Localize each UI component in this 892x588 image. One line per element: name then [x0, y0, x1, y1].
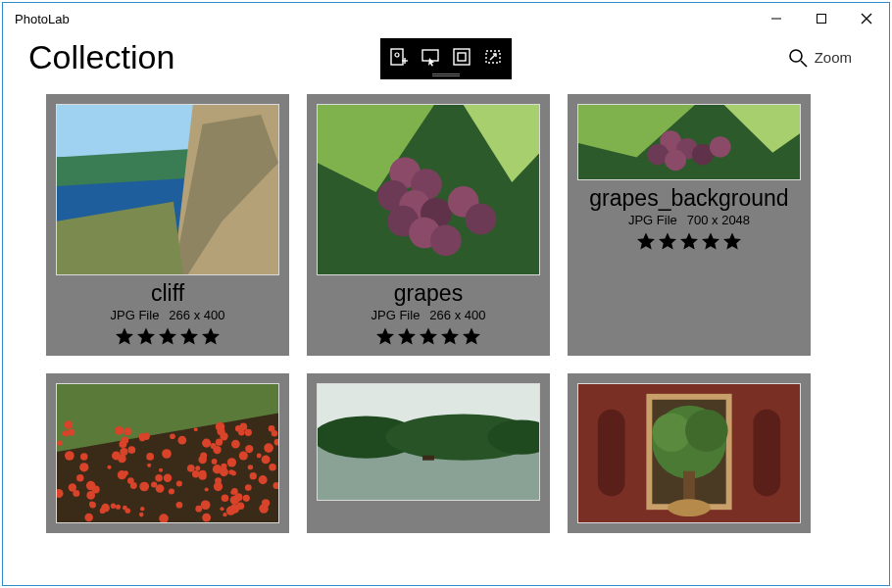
svg-point-156: [120, 441, 127, 449]
svg-point-137: [115, 426, 124, 435]
svg-point-54: [127, 447, 135, 455]
star-icon: [178, 326, 200, 348]
svg-point-157: [220, 468, 228, 477]
star-icon: [135, 326, 157, 348]
svg-point-64: [140, 507, 144, 511]
thumbnail: [577, 104, 801, 180]
svg-point-47: [269, 464, 276, 470]
thumbnail: [317, 104, 540, 275]
svg-point-53: [192, 470, 200, 477]
svg-point-141: [230, 491, 234, 495]
photo-tile[interactable]: grapesJPG File266 x 400: [307, 94, 550, 356]
svg-point-77: [146, 453, 154, 461]
svg-point-32: [430, 225, 462, 257]
photo-meta: JPG File266 x 400: [372, 308, 486, 322]
photo-dimensions: 700 x 2048: [687, 213, 750, 227]
svg-point-130: [164, 474, 173, 482]
collection-grid[interactable]: cliffJPG File266 x 400 grapesJPG File266…: [3, 82, 889, 585]
svg-point-104: [214, 482, 223, 491]
minimize-button[interactable]: [754, 3, 799, 34]
svg-point-92: [264, 444, 273, 454]
svg-point-155: [101, 504, 110, 513]
svg-point-165: [170, 434, 175, 440]
rating-stars[interactable]: [114, 326, 222, 348]
svg-point-109: [139, 433, 146, 440]
svg-point-144: [194, 428, 198, 432]
svg-line-15: [801, 61, 807, 67]
crop-square-icon: [451, 46, 472, 68]
star-icon: [200, 326, 222, 348]
star-icon: [635, 231, 657, 253]
svg-point-43: [710, 136, 731, 157]
svg-point-127: [257, 454, 262, 459]
svg-point-86: [80, 454, 88, 461]
svg-point-108: [201, 501, 211, 511]
svg-point-5: [395, 53, 399, 57]
resize-canvas-icon: [482, 46, 504, 68]
svg-point-73: [89, 502, 94, 507]
photo-tile[interactable]: cliffJPG File266 x 400: [46, 94, 289, 356]
zoom-button[interactable]: Zoom: [787, 47, 852, 69]
rating-stars[interactable]: [374, 326, 482, 348]
photo-filetype: JPG File: [372, 308, 421, 322]
svg-point-160: [231, 470, 236, 475]
photo-tile[interactable]: [568, 373, 811, 533]
svg-point-50: [178, 436, 187, 445]
svg-point-63: [220, 507, 223, 511]
photo-meta: JPG File266 x 400: [111, 308, 225, 322]
svg-point-178: [652, 414, 691, 452]
svg-point-97: [245, 429, 252, 436]
svg-point-158: [272, 430, 278, 437]
svg-point-94: [65, 451, 74, 461]
toolbar[interactable]: [380, 38, 512, 79]
svg-point-111: [139, 482, 149, 492]
window-title: PhotoLab: [15, 12, 70, 26]
photo-tile[interactable]: [46, 373, 289, 533]
photo-tile[interactable]: grapes_backgroundJPG File700 x 2048: [568, 94, 811, 356]
title-bar: PhotoLab: [3, 3, 889, 34]
close-button[interactable]: [844, 3, 889, 34]
svg-point-123: [125, 509, 131, 514]
svg-point-159: [162, 449, 172, 459]
svg-point-124: [76, 474, 84, 481]
svg-point-105: [212, 459, 218, 465]
svg-point-96: [124, 470, 128, 475]
photo-filetype: JPG File: [111, 308, 160, 322]
svg-rect-171: [422, 456, 434, 461]
star-icon: [657, 231, 678, 253]
svg-point-89: [84, 514, 93, 521]
photo-dimensions: 266 x 400: [169, 308, 224, 322]
svg-rect-10: [454, 49, 470, 65]
svg-point-88: [245, 484, 252, 491]
svg-point-95: [231, 440, 240, 449]
svg-point-162: [226, 507, 235, 515]
maximize-button[interactable]: [799, 3, 844, 34]
tool-crop-square[interactable]: [446, 41, 477, 73]
svg-rect-176: [753, 410, 780, 497]
toolbar-row: [383, 41, 509, 73]
svg-point-125: [156, 484, 165, 493]
svg-point-142: [68, 429, 74, 436]
svg-point-71: [176, 502, 183, 509]
rating-stars[interactable]: [635, 231, 743, 253]
svg-point-102: [205, 488, 209, 492]
svg-point-152: [199, 472, 207, 480]
tool-resize-canvas[interactable]: [477, 41, 509, 73]
add-effects-icon: [388, 46, 410, 68]
toolbar-drag-grip[interactable]: [432, 74, 460, 76]
zoom-label: Zoom: [815, 49, 852, 66]
svg-point-122: [147, 464, 151, 467]
tool-add-effects[interactable]: [383, 41, 415, 73]
svg-point-134: [112, 452, 121, 461]
thumbnail: [317, 383, 540, 501]
tool-select-region[interactable]: [415, 41, 446, 73]
svg-point-126: [239, 452, 248, 461]
svg-point-151: [198, 456, 207, 464]
window-controls: [754, 3, 889, 34]
svg-point-80: [259, 475, 268, 484]
photo-tile[interactable]: [307, 373, 550, 533]
svg-point-69: [227, 459, 236, 467]
svg-point-93: [169, 489, 174, 495]
svg-point-131: [69, 484, 76, 492]
svg-point-181: [668, 500, 711, 517]
